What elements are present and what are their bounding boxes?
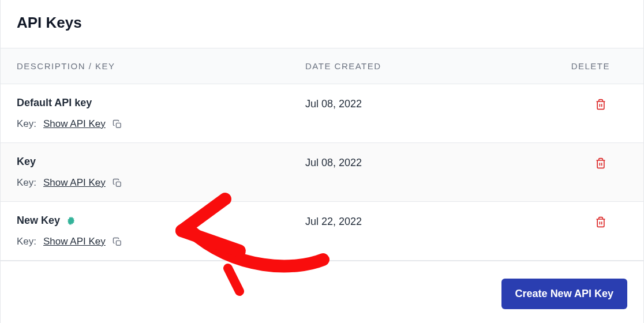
key-label: Key:	[17, 177, 36, 189]
create-new-api-key-button[interactable]: Create New API Key	[501, 279, 627, 309]
key-title: New Key	[17, 215, 305, 227]
column-header-delete: DELETE	[525, 61, 627, 71]
copy-icon[interactable]	[113, 119, 122, 129]
show-api-key-link[interactable]: Show API Key	[43, 236, 106, 247]
svg-rect-0	[116, 123, 121, 127]
table-row: Key Key: Show API Key Jul 08, 2022	[1, 143, 643, 202]
svg-rect-2	[116, 241, 121, 245]
key-date: Jul 08, 2022	[305, 97, 525, 130]
footer: Create New API Key	[1, 261, 643, 323]
trash-icon[interactable]	[595, 98, 606, 111]
table-header: DESCRIPTION / KEY DATE CREATED DELETE	[1, 48, 643, 84]
page-title: API Keys	[17, 14, 627, 32]
key-date: Jul 22, 2022	[305, 215, 525, 247]
copy-icon[interactable]	[113, 178, 122, 188]
key-label: Key:	[17, 236, 36, 247]
copy-icon[interactable]	[113, 237, 122, 247]
show-api-key-link[interactable]: Show API Key	[43, 177, 106, 189]
table-row: Default API key Key: Show API Key Jul 08…	[1, 84, 643, 143]
trash-icon[interactable]	[595, 157, 606, 170]
column-header-date: DATE CREATED	[305, 61, 525, 71]
key-title: Default API key	[17, 97, 305, 109]
key-date: Jul 08, 2022	[305, 156, 525, 189]
show-api-key-link[interactable]: Show API Key	[43, 118, 106, 130]
new-badge-icon	[66, 216, 76, 226]
key-label: Key:	[17, 118, 36, 130]
key-title: Key	[17, 156, 305, 168]
trash-icon[interactable]	[595, 216, 606, 228]
svg-rect-1	[116, 182, 121, 186]
page-header: API Keys	[1, 0, 643, 48]
column-header-description: DESCRIPTION / KEY	[17, 61, 305, 71]
table-row: New Key Key: Show API Key Jul 22, 2022	[1, 202, 643, 261]
